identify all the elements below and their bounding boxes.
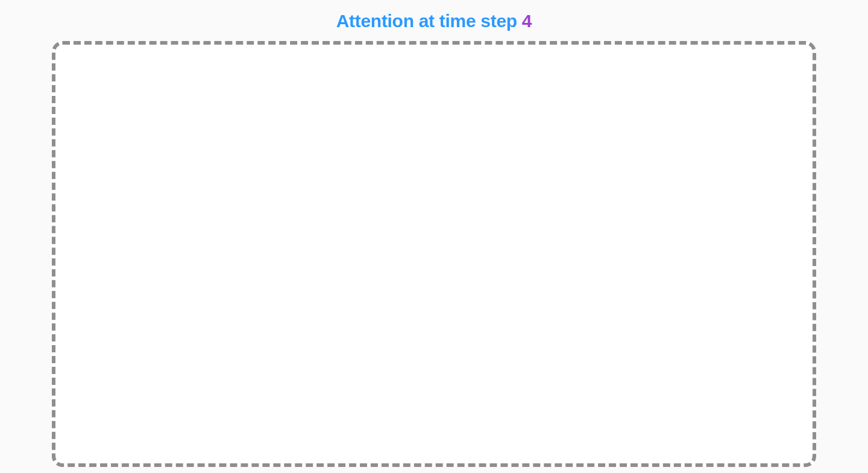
title-step-number: 4 [522,11,532,31]
diagram-container: Attention at time step 4 [0,0,868,473]
title-prefix: Attention at time step [336,11,522,31]
attention-panel [52,41,816,467]
diagram-title: Attention at time step 4 [336,11,532,31]
